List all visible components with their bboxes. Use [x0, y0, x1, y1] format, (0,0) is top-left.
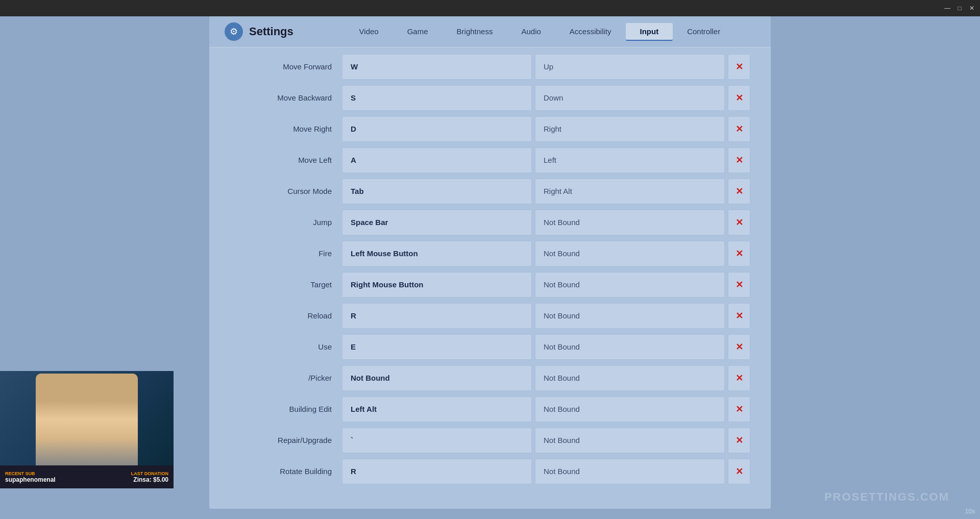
binding-action-label: /Picker	[230, 374, 342, 382]
binding-primary-key[interactable]: Right Mouse Button	[342, 272, 532, 298]
binding-clear-button[interactable]: ✕	[728, 179, 750, 204]
binding-primary-key[interactable]: Left Alt	[342, 397, 532, 422]
tab-accessibility[interactable]: Accessibility	[555, 23, 626, 41]
binding-clear-button[interactable]: ✕	[728, 365, 750, 391]
binding-action-label: Fire	[230, 249, 342, 258]
binding-action-label: Rotate Building	[230, 467, 342, 476]
binding-secondary-key[interactable]: Down	[535, 85, 725, 111]
binding-primary-key[interactable]: E	[342, 334, 532, 360]
binding-row: UseENot Bound✕	[230, 333, 750, 361]
binding-secondary-key[interactable]: Not Bound	[535, 428, 725, 453]
binding-row: JumpSpace BarNot Bound✕	[230, 208, 750, 236]
binding-clear-button[interactable]: ✕	[728, 116, 750, 142]
watermark: PROSETTINGS.COM	[824, 490, 949, 504]
close-button[interactable]: ✕	[968, 4, 976, 12]
last-donation-label: LAST DONATION	[131, 471, 168, 476]
tab-audio[interactable]: Audio	[507, 23, 555, 41]
binding-secondary-key[interactable]: Not Bound	[535, 272, 725, 298]
binding-row: Move RightDRight✕	[230, 115, 750, 143]
binding-row: Building EditLeft AltNot Bound✕	[230, 395, 750, 423]
binding-secondary-key[interactable]: Right	[535, 116, 725, 142]
binding-action-label: Target	[230, 280, 342, 289]
binding-primary-key[interactable]: D	[342, 116, 532, 142]
webcam-overlay: RECENT SUB supaphenomenal LAST DONATION …	[0, 371, 174, 488]
binding-action-label: Move Forward	[230, 62, 342, 71]
binding-row: Cursor ModeTabRight Alt✕	[230, 177, 750, 205]
binding-row: TargetRight Mouse ButtonNot Bound✕	[230, 270, 750, 299]
webcam-video	[0, 371, 174, 465]
binding-action-label: Move Backward	[230, 93, 342, 102]
binding-row: Rotate BuildingRNot Bound✕	[230, 457, 750, 485]
binding-clear-button[interactable]: ✕	[728, 272, 750, 298]
donation-amount: Zinsa: $5.00	[131, 476, 168, 483]
binding-secondary-key[interactable]: Not Bound	[535, 334, 725, 360]
webcam-sub-info: RECENT SUB supaphenomenal	[5, 471, 56, 483]
binding-primary-key[interactable]: Left Mouse Button	[342, 241, 532, 266]
binding-primary-key[interactable]: Tab	[342, 179, 532, 204]
binding-primary-key[interactable]: `	[342, 428, 532, 453]
webcam-donation-info: LAST DONATION Zinsa: $5.00	[131, 471, 168, 483]
binding-secondary-key[interactable]: Not Bound	[535, 459, 725, 484]
binding-clear-button[interactable]: ✕	[728, 54, 750, 80]
binding-clear-button[interactable]: ✕	[728, 85, 750, 111]
binding-action-label: Building Edit	[230, 405, 342, 413]
streamer-name: supaphenomenal	[5, 476, 56, 483]
tab-input[interactable]: Input	[626, 23, 673, 41]
binding-clear-button[interactable]: ✕	[728, 397, 750, 422]
binding-clear-button[interactable]: ✕	[728, 210, 750, 235]
binding-row: ReloadRNot Bound✕	[230, 302, 750, 330]
binding-row: /PickerNot BoundNot Bound✕	[230, 364, 750, 392]
binding-secondary-key[interactable]: Not Bound	[535, 210, 725, 235]
webcam-info-bar: RECENT SUB supaphenomenal LAST DONATION …	[0, 465, 174, 488]
binding-action-label: Jump	[230, 218, 342, 227]
minimize-button[interactable]: —	[943, 4, 951, 12]
tab-brightness[interactable]: Brightness	[443, 23, 507, 41]
binding-row: FireLeft Mouse ButtonNot Bound✕	[230, 239, 750, 267]
recent-sub-label: RECENT SUB	[5, 471, 56, 476]
binding-action-label: Cursor Mode	[230, 187, 342, 195]
binding-secondary-key[interactable]: Not Bound	[535, 397, 725, 422]
binding-action-label: Move Right	[230, 125, 342, 133]
binding-primary-key[interactable]: A	[342, 147, 532, 173]
binding-row: Move BackwardSDown✕	[230, 84, 750, 112]
binding-secondary-key[interactable]: Left	[535, 147, 725, 173]
tab-controller[interactable]: Controller	[673, 23, 734, 41]
binding-primary-key[interactable]: R	[342, 459, 532, 484]
tab-video[interactable]: Video	[345, 23, 393, 41]
binding-primary-key[interactable]: Space Bar	[342, 210, 532, 235]
nav-tabs: VideoGameBrightnessAudioAccessibilityInp…	[324, 23, 755, 41]
tab-game[interactable]: Game	[393, 23, 443, 41]
binding-clear-button[interactable]: ✕	[728, 428, 750, 453]
binding-secondary-key[interactable]: Up	[535, 54, 725, 80]
binding-action-label: Use	[230, 342, 342, 351]
settings-logo-icon: ⚙	[225, 22, 243, 41]
binding-primary-key[interactable]: R	[342, 303, 532, 329]
timer: 10s	[965, 508, 975, 515]
binding-action-label: Reload	[230, 311, 342, 320]
binding-clear-button[interactable]: ✕	[728, 241, 750, 266]
binding-clear-button[interactable]: ✕	[728, 303, 750, 329]
binding-secondary-key[interactable]: Not Bound	[535, 365, 725, 391]
binding-primary-key[interactable]: Not Bound	[342, 365, 532, 391]
settings-title: Settings	[249, 25, 293, 38]
title-bar: — □ ✕	[0, 0, 980, 16]
binding-row: Move ForwardWUp✕	[230, 53, 750, 81]
binding-clear-button[interactable]: ✕	[728, 147, 750, 173]
binding-action-label: Move Left	[230, 156, 342, 164]
binding-secondary-key[interactable]: Not Bound	[535, 241, 725, 266]
binding-action-label: Repair/Upgrade	[230, 436, 342, 444]
settings-header: ⚙ Settings VideoGameBrightnessAudioAcces…	[209, 16, 771, 47]
binding-secondary-key[interactable]: Not Bound	[535, 303, 725, 329]
webcam-person-silhouette	[36, 374, 138, 465]
binding-clear-button[interactable]: ✕	[728, 334, 750, 360]
binding-primary-key[interactable]: S	[342, 85, 532, 111]
binding-row: Repair/Upgrade`Not Bound✕	[230, 426, 750, 454]
binding-clear-button[interactable]: ✕	[728, 459, 750, 484]
binding-primary-key[interactable]: W	[342, 54, 532, 80]
bindings-content[interactable]: Move ForwardWUp✕Move BackwardSDown✕Move …	[209, 47, 771, 504]
settings-panel: ⚙ Settings VideoGameBrightnessAudioAcces…	[209, 16, 771, 509]
binding-secondary-key[interactable]: Right Alt	[535, 179, 725, 204]
maximize-button[interactable]: □	[955, 4, 964, 12]
binding-row: Move LeftALeft✕	[230, 146, 750, 174]
